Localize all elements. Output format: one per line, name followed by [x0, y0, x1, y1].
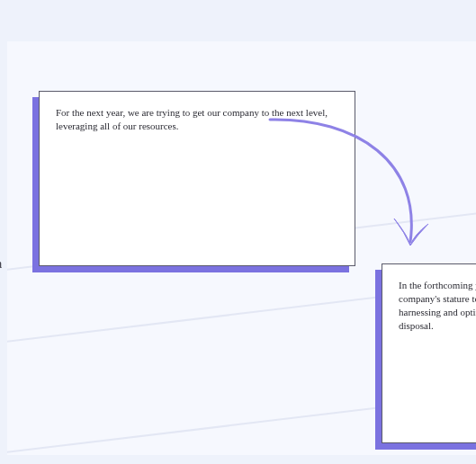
rewritten-card-text: In the forthcoming year, we aspire to el… — [399, 279, 476, 332]
left-edge-glyph: a — [0, 257, 2, 272]
source-card-text: For the next year, we are trying to get … — [56, 106, 338, 133]
rewritten-card[interactable]: In the forthcoming year, we aspire to el… — [382, 263, 476, 443]
design-canvas[interactable]: For the next year, we are trying to get … — [7, 41, 476, 455]
source-card[interactable]: For the next year, we are trying to get … — [39, 91, 355, 266]
card-body: In the forthcoming year, we aspire to el… — [382, 263, 476, 443]
card-body: For the next year, we are trying to get … — [39, 91, 355, 266]
